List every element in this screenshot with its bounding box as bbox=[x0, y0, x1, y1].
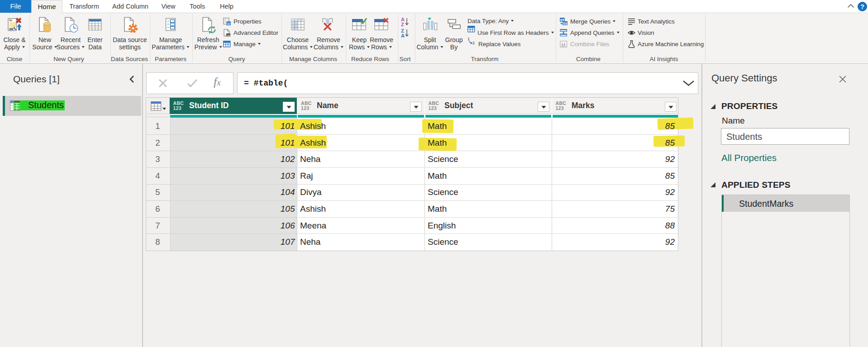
svg-text:2: 2 bbox=[472, 41, 475, 44]
svg-text:1: 1 bbox=[467, 37, 470, 41]
svg-text:Z: Z bbox=[401, 22, 404, 26]
svg-text:A: A bbox=[401, 33, 405, 38]
